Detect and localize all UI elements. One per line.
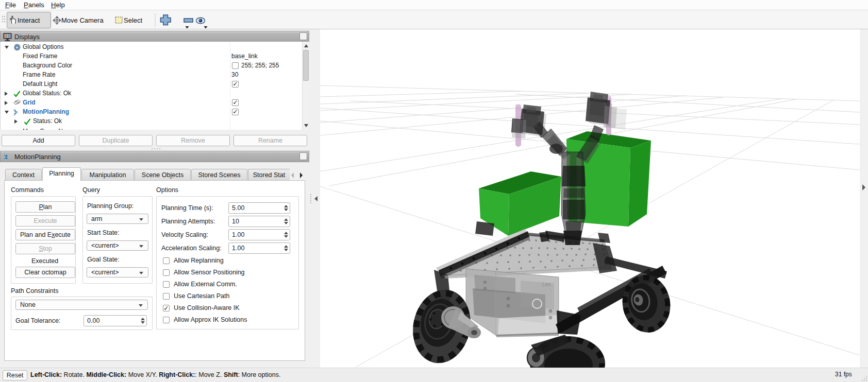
svg-text:Leo: Leo [542, 282, 551, 287]
